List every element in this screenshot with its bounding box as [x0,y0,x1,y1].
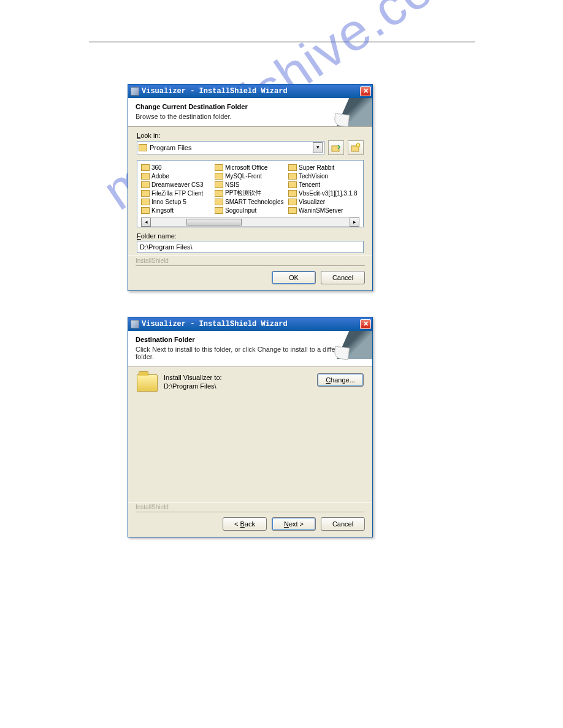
lookin-value: Program Files [150,144,313,151]
change-button[interactable]: Change... [317,373,364,387]
folder-icon [215,199,223,205]
dialog-header: Destination Folder Click Next to install… [128,331,372,367]
folder-up-icon [331,143,341,153]
ok-button[interactable]: OK [272,271,316,284]
folder-name-input[interactable] [137,241,364,253]
folder-icon [141,181,150,188]
folder-icon [141,207,150,214]
folder-icon [215,164,223,171]
folder-icon [141,173,150,180]
header-curl [334,113,350,127]
next-button[interactable]: Next > [272,517,316,531]
header-title: Change Current Destination Folder [136,103,365,110]
folder-icon [215,207,223,214]
lookin-combobox[interactable]: Program Files ▾ [137,141,324,154]
up-one-level-button[interactable] [328,140,344,155]
page-divider [89,42,475,42]
folder-icon [139,144,147,151]
folder-list[interactable]: 360 Adobe Dreamweaver CS3 FileZilla FTP … [137,160,364,227]
app-icon [131,87,139,96]
folder-icon [288,199,297,205]
folder-column: 360 Adobe Dreamweaver CS3 FileZilla FTP … [141,163,212,217]
app-icon [131,320,139,328]
list-item[interactable]: Visualizer [288,197,359,206]
folder-name-label: Folder name: [137,232,364,240]
cancel-button[interactable]: Cancel [321,517,365,531]
list-item[interactable]: NSIS [215,180,286,189]
folder-icon [215,173,223,180]
folder-column: Microsoft Office MySQL-Front NSIS PPT检测软… [215,163,286,217]
scroll-track[interactable] [151,218,350,227]
folder-icon [288,164,297,171]
header-subtitle: Browse to the destination folder. [136,113,365,120]
header-title: Destination Folder [136,336,365,343]
install-path-text: Install Visualizer to: D:\Program Files\ [164,373,311,390]
new-folder-icon [351,143,361,153]
chevron-down-icon[interactable]: ▾ [313,142,323,153]
folder-column: Super Rabbit TechVision Tencent VbsEdit-… [288,163,359,217]
folder-icon [215,181,223,188]
button-row: OK Cancel [128,266,372,290]
list-item[interactable]: PPT检测软件 [215,189,286,197]
destination-folder-dialog: Visualizer - InstallShield Wizard ✕ Dest… [128,317,373,537]
list-item[interactable]: FileZilla FTP Client [141,189,212,197]
scroll-thumb[interactable] [186,219,242,226]
button-row: < Back Next > Cancel [128,512,372,537]
list-item[interactable]: SMART Technologies [215,197,286,206]
scroll-right-icon[interactable]: ▸ [350,218,359,227]
folder-icon [215,190,223,197]
list-item[interactable]: Tencent [288,180,359,189]
header-subtitle: Click Next to install to this folder, or… [136,346,365,360]
dialog-header: Change Current Destination Folder Browse… [128,98,372,127]
list-item[interactable]: 360 [141,163,212,172]
folder-icon [288,207,297,214]
svg-point-2 [356,143,360,147]
list-item[interactable]: Super Rabbit [288,163,359,172]
list-item[interactable]: Adobe [141,172,212,180]
list-item[interactable]: SogouInput [215,206,286,214]
back-button[interactable]: < Back [223,517,267,531]
list-item[interactable]: VbsEdit-v3[1][1].3.1.8 [288,189,359,197]
list-item[interactable]: TechVision [288,172,359,180]
horizontal-scrollbar[interactable]: ◂ ▸ [141,217,359,227]
list-item[interactable]: Inno Setup 5 [141,197,212,206]
window-title: Visualizer - InstallShield Wizard [142,320,360,328]
folder-icon [141,199,150,205]
cancel-button[interactable]: Cancel [321,271,365,284]
scroll-left-icon[interactable]: ◂ [141,218,151,227]
titlebar[interactable]: Visualizer - InstallShield Wizard ✕ [128,85,372,98]
window-title: Visualizer - InstallShield Wizard [142,87,360,96]
list-item[interactable]: WaninSMServer [288,206,359,214]
list-item[interactable]: Kingsoft [141,206,212,214]
change-destination-dialog: Visualizer - InstallShield Wizard ✕ Chan… [128,84,373,291]
folder-icon [288,173,297,180]
close-icon[interactable]: ✕ [360,86,371,96]
folder-icon [288,190,297,197]
close-icon[interactable]: ✕ [360,319,371,329]
list-item[interactable]: MySQL-Front [215,172,286,180]
list-item[interactable]: Microsoft Office [215,163,286,172]
new-folder-button[interactable] [348,140,364,155]
lookin-label: Look in: [137,132,364,139]
titlebar[interactable]: Visualizer - InstallShield Wizard ✕ [128,317,372,331]
folder-icon [137,374,158,392]
brand-label: InstallShield [128,502,372,512]
folder-icon [141,190,150,197]
brand-label: InstallShield [128,256,372,266]
list-item[interactable]: Dreamweaver CS3 [141,180,212,189]
folder-icon [288,181,297,188]
folder-icon [141,164,150,171]
